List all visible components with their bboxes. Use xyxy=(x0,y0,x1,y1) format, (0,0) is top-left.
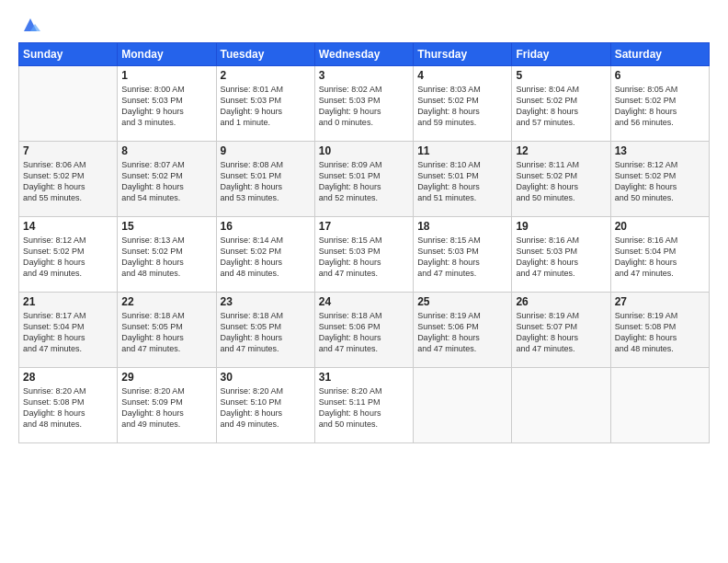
day-number: 11 xyxy=(417,144,507,157)
day-info: Sunrise: 8:15 AM Sunset: 5:03 PM Dayligh… xyxy=(417,235,507,280)
day-info: Sunrise: 8:17 AM Sunset: 5:04 PM Dayligh… xyxy=(23,310,113,355)
calendar-cell: 1Sunrise: 8:00 AM Sunset: 5:03 PM Daylig… xyxy=(118,66,216,142)
day-number: 23 xyxy=(221,295,311,308)
day-number: 13 xyxy=(615,144,705,157)
calendar-cell: 27Sunrise: 8:19 AM Sunset: 5:08 PM Dayli… xyxy=(610,293,709,368)
day-info: Sunrise: 8:20 AM Sunset: 5:10 PM Dayligh… xyxy=(221,385,311,431)
day-info: Sunrise: 8:19 AM Sunset: 5:06 PM Dayligh… xyxy=(417,310,507,355)
day-number: 5 xyxy=(516,69,606,82)
day-number: 4 xyxy=(417,69,507,82)
calendar-week-row: 1Sunrise: 8:00 AM Sunset: 5:03 PM Daylig… xyxy=(19,66,710,142)
day-info: Sunrise: 8:10 AM Sunset: 5:01 PM Dayligh… xyxy=(417,159,507,204)
calendar-cell: 20Sunrise: 8:16 AM Sunset: 5:04 PM Dayli… xyxy=(610,217,709,293)
day-number: 10 xyxy=(319,144,409,157)
calendar-cell: 30Sunrise: 8:20 AM Sunset: 5:10 PM Dayli… xyxy=(216,368,314,443)
calendar-cell: 14Sunrise: 8:12 AM Sunset: 5:02 PM Dayli… xyxy=(19,217,118,293)
day-info: Sunrise: 8:06 AM Sunset: 5:02 PM Dayligh… xyxy=(23,159,113,204)
calendar-week-row: 7Sunrise: 8:06 AM Sunset: 5:02 PM Daylig… xyxy=(19,142,710,217)
day-number: 15 xyxy=(121,220,211,233)
day-number: 26 xyxy=(516,295,606,308)
calendar-cell: 18Sunrise: 8:15 AM Sunset: 5:03 PM Dayli… xyxy=(414,217,512,293)
day-info: Sunrise: 8:08 AM Sunset: 5:01 PM Dayligh… xyxy=(221,159,311,204)
calendar-cell: 31Sunrise: 8:20 AM Sunset: 5:11 PM Dayli… xyxy=(314,368,413,443)
header xyxy=(18,15,710,33)
day-number: 25 xyxy=(417,295,507,308)
day-info: Sunrise: 8:20 AM Sunset: 5:08 PM Dayligh… xyxy=(23,385,113,431)
calendar-cell: 22Sunrise: 8:18 AM Sunset: 5:05 PM Dayli… xyxy=(118,293,216,368)
day-info: Sunrise: 8:00 AM Sunset: 5:03 PM Dayligh… xyxy=(121,84,211,129)
day-info: Sunrise: 8:04 AM Sunset: 5:02 PM Dayligh… xyxy=(516,84,606,129)
day-info: Sunrise: 8:12 AM Sunset: 5:02 PM Dayligh… xyxy=(23,235,113,280)
day-info: Sunrise: 8:18 AM Sunset: 5:06 PM Dayligh… xyxy=(319,310,409,355)
page: SundayMondayTuesdayWednesdayThursdayFrid… xyxy=(0,0,728,563)
day-info: Sunrise: 8:19 AM Sunset: 5:07 PM Dayligh… xyxy=(516,310,606,355)
calendar-cell: 13Sunrise: 8:12 AM Sunset: 5:02 PM Dayli… xyxy=(610,142,709,217)
calendar-header-monday: Monday xyxy=(118,43,216,66)
calendar-cell: 3Sunrise: 8:02 AM Sunset: 5:03 PM Daylig… xyxy=(314,66,413,142)
day-info: Sunrise: 8:20 AM Sunset: 5:09 PM Dayligh… xyxy=(121,385,211,431)
day-number: 3 xyxy=(319,69,409,82)
calendar-cell: 12Sunrise: 8:11 AM Sunset: 5:02 PM Dayli… xyxy=(512,142,610,217)
calendar-header-thursday: Thursday xyxy=(414,43,512,66)
day-number: 7 xyxy=(23,144,113,157)
day-number: 12 xyxy=(516,144,606,157)
day-number: 19 xyxy=(516,220,606,233)
calendar-cell: 4Sunrise: 8:03 AM Sunset: 5:02 PM Daylig… xyxy=(414,66,512,142)
day-info: Sunrise: 8:16 AM Sunset: 5:04 PM Dayligh… xyxy=(615,235,705,280)
day-number: 31 xyxy=(319,371,409,384)
calendar-cell: 19Sunrise: 8:16 AM Sunset: 5:03 PM Dayli… xyxy=(512,217,610,293)
day-info: Sunrise: 8:18 AM Sunset: 5:05 PM Dayligh… xyxy=(221,310,311,355)
day-info: Sunrise: 8:01 AM Sunset: 5:03 PM Dayligh… xyxy=(221,84,311,129)
calendar-cell: 10Sunrise: 8:09 AM Sunset: 5:01 PM Dayli… xyxy=(314,142,413,217)
calendar-cell: 9Sunrise: 8:08 AM Sunset: 5:01 PM Daylig… xyxy=(216,142,314,217)
calendar-cell: 24Sunrise: 8:18 AM Sunset: 5:06 PM Dayli… xyxy=(314,293,413,368)
day-number: 29 xyxy=(121,371,211,384)
calendar-header-tuesday: Tuesday xyxy=(216,43,314,66)
day-info: Sunrise: 8:09 AM Sunset: 5:01 PM Dayligh… xyxy=(319,159,409,204)
day-number: 24 xyxy=(319,295,409,308)
day-number: 27 xyxy=(615,295,705,308)
calendar-cell: 7Sunrise: 8:06 AM Sunset: 5:02 PM Daylig… xyxy=(19,142,118,217)
calendar-cell: 21Sunrise: 8:17 AM Sunset: 5:04 PM Dayli… xyxy=(19,293,118,368)
day-info: Sunrise: 8:11 AM Sunset: 5:02 PM Dayligh… xyxy=(516,159,606,204)
day-info: Sunrise: 8:15 AM Sunset: 5:03 PM Dayligh… xyxy=(319,235,409,280)
day-number: 20 xyxy=(615,220,705,233)
day-number: 9 xyxy=(221,144,311,157)
day-number: 16 xyxy=(221,220,311,233)
calendar-week-row: 14Sunrise: 8:12 AM Sunset: 5:02 PM Dayli… xyxy=(19,217,710,293)
calendar-week-row: 21Sunrise: 8:17 AM Sunset: 5:04 PM Dayli… xyxy=(19,293,710,368)
calendar-cell: 29Sunrise: 8:20 AM Sunset: 5:09 PM Dayli… xyxy=(118,368,216,443)
calendar-cell: 16Sunrise: 8:14 AM Sunset: 5:02 PM Dayli… xyxy=(216,217,314,293)
calendar-header-row: SundayMondayTuesdayWednesdayThursdayFrid… xyxy=(19,43,710,66)
calendar-cell: 5Sunrise: 8:04 AM Sunset: 5:02 PM Daylig… xyxy=(512,66,610,142)
day-info: Sunrise: 8:07 AM Sunset: 5:02 PM Dayligh… xyxy=(121,159,211,204)
day-info: Sunrise: 8:14 AM Sunset: 5:02 PM Dayligh… xyxy=(221,235,311,280)
logo xyxy=(18,15,40,33)
calendar-cell xyxy=(19,66,118,142)
calendar-header-friday: Friday xyxy=(512,43,610,66)
calendar-cell xyxy=(610,368,709,443)
calendar-cell: 15Sunrise: 8:13 AM Sunset: 5:02 PM Dayli… xyxy=(118,217,216,293)
calendar-cell: 23Sunrise: 8:18 AM Sunset: 5:05 PM Dayli… xyxy=(216,293,314,368)
day-info: Sunrise: 8:02 AM Sunset: 5:03 PM Dayligh… xyxy=(319,84,409,129)
day-number: 8 xyxy=(121,144,211,157)
day-info: Sunrise: 8:16 AM Sunset: 5:03 PM Dayligh… xyxy=(516,235,606,280)
calendar-header-wednesday: Wednesday xyxy=(314,43,413,66)
day-number: 22 xyxy=(121,295,211,308)
day-number: 21 xyxy=(23,295,113,308)
day-number: 18 xyxy=(417,220,507,233)
calendar-cell: 25Sunrise: 8:19 AM Sunset: 5:06 PM Dayli… xyxy=(414,293,512,368)
calendar-cell xyxy=(414,368,512,443)
day-info: Sunrise: 8:20 AM Sunset: 5:11 PM Dayligh… xyxy=(319,385,409,431)
calendar-cell: 8Sunrise: 8:07 AM Sunset: 5:02 PM Daylig… xyxy=(118,142,216,217)
day-info: Sunrise: 8:18 AM Sunset: 5:05 PM Dayligh… xyxy=(121,310,211,355)
day-info: Sunrise: 8:13 AM Sunset: 5:02 PM Dayligh… xyxy=(121,235,211,280)
day-info: Sunrise: 8:19 AM Sunset: 5:08 PM Dayligh… xyxy=(615,310,705,355)
day-number: 2 xyxy=(221,69,311,82)
calendar-header-sunday: Sunday xyxy=(19,43,118,66)
calendar-cell: 2Sunrise: 8:01 AM Sunset: 5:03 PM Daylig… xyxy=(216,66,314,142)
calendar-header-saturday: Saturday xyxy=(610,43,709,66)
day-number: 17 xyxy=(319,220,409,233)
calendar-cell: 26Sunrise: 8:19 AM Sunset: 5:07 PM Dayli… xyxy=(512,293,610,368)
day-info: Sunrise: 8:03 AM Sunset: 5:02 PM Dayligh… xyxy=(417,84,507,129)
